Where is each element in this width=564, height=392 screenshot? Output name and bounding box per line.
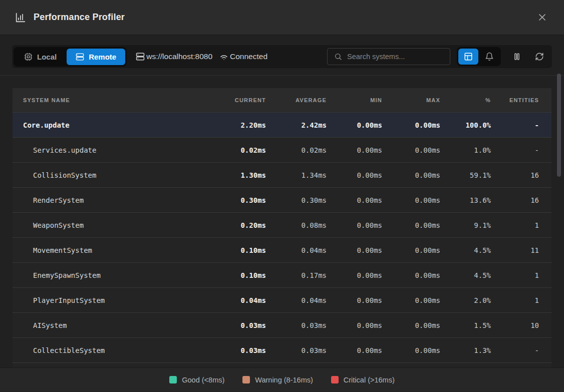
cell-average: 0.30ms	[266, 196, 327, 204]
cell-current: 1.30ms	[206, 171, 266, 179]
cell-max: 0.00ms	[382, 271, 440, 279]
titlebar: Performance Profiler	[0, 0, 564, 35]
table-row[interactable]: EnemySpawnSystem 0.10ms 0.17ms 0.00ms 0.…	[13, 262, 551, 287]
window-title: Performance Profiler	[34, 12, 125, 23]
cell-system-name: CollectibleSystem	[13, 346, 206, 354]
cell-system-name: PlayerInputSystem	[13, 296, 206, 304]
cell-entities: 16	[491, 196, 551, 204]
cell-average: 2.42ms	[266, 121, 327, 129]
table-row[interactable]: PlayerInputSystem 0.04ms 0.04ms 0.00ms 0…	[13, 287, 551, 312]
column-header-max[interactable]: MAX	[382, 97, 440, 103]
table-row[interactable]: Services.update 0.02ms 0.02ms 0.00ms 0.0…	[13, 137, 551, 162]
column-header-system-name[interactable]: SYSTEM NAME	[13, 97, 206, 103]
column-header-entities[interactable]: ENTITIES	[491, 97, 551, 103]
table-row[interactable]: AISystem 0.03ms 0.03ms 0.00ms 0.00ms 1.5…	[13, 312, 551, 337]
column-header-current[interactable]: CURRENT	[206, 97, 266, 103]
column-header-min[interactable]: MIN	[327, 97, 382, 103]
cell-min: 0.00ms	[327, 221, 382, 229]
cell-current: 0.20ms	[206, 221, 266, 229]
search-input[interactable]	[347, 53, 443, 61]
server-icon	[76, 53, 84, 61]
cell-min: 0.00ms	[327, 296, 382, 304]
cell-average: 0.04ms	[266, 246, 327, 254]
toolbar: Local Remote ws://localhost:8080	[12, 45, 552, 68]
legend-label: Critical (>16ms)	[344, 376, 395, 384]
cell-system-name: Core.update	[13, 121, 206, 129]
table-icon	[464, 52, 473, 61]
mode-toggle: Local Remote	[14, 47, 127, 67]
cell-system-name: EnemySpawnSystem	[13, 271, 206, 279]
cpu-icon	[24, 53, 33, 61]
refresh-button[interactable]	[533, 50, 546, 63]
cell-percent: 2.0%	[440, 296, 491, 304]
table-row[interactable]: CollisionSystem 1.30ms 1.34ms 0.00ms 0.0…	[13, 162, 551, 187]
connection-url: ws://localhost:8080	[136, 52, 212, 61]
toolbar-left: Local Remote ws://localhost:8080	[14, 47, 267, 67]
column-header-percent[interactable]: %	[440, 97, 491, 103]
cell-percent: 13.6%	[440, 196, 491, 204]
bell-icon	[485, 52, 494, 61]
cell-percent: 4.5%	[440, 246, 491, 254]
cell-min: 0.00ms	[327, 321, 382, 329]
search-icon	[334, 53, 342, 61]
legend-item: Good (<8ms)	[169, 376, 224, 384]
table-row[interactable]: CollectibleSystem 0.03ms 0.03ms 0.00ms 0…	[13, 337, 551, 362]
cell-entities: -	[491, 121, 551, 129]
pause-icon	[512, 52, 521, 61]
cell-average: 0.03ms	[266, 346, 327, 354]
table-view-button[interactable]	[458, 49, 478, 65]
bar-chart-icon	[15, 12, 26, 23]
cell-average: 0.08ms	[266, 221, 327, 229]
cell-max: 0.00ms	[382, 196, 440, 204]
cell-entities: 10	[491, 321, 551, 329]
cell-entities: 16	[491, 171, 551, 179]
cell-min: 0.00ms	[327, 171, 382, 179]
remote-mode-label: Remote	[89, 53, 116, 61]
connection-status: Connected	[219, 52, 267, 61]
cell-entities: 1	[491, 296, 551, 304]
cell-average: 1.34ms	[266, 171, 327, 179]
toolbar-right	[327, 47, 546, 66]
legend-item: Critical (>16ms)	[331, 376, 395, 384]
cell-current: 0.30ms	[206, 196, 266, 204]
column-header-average[interactable]: AVERAGE	[266, 97, 327, 103]
table-row[interactable]: MovementSystem 0.10ms 0.04ms 0.00ms 0.00…	[13, 237, 551, 262]
cell-percent: 100.0%	[440, 121, 491, 129]
pause-button[interactable]	[510, 50, 523, 63]
cell-max: 0.00ms	[382, 221, 440, 229]
cell-percent: 1.0%	[440, 146, 491, 154]
table-row[interactable]: Core.update 2.20ms 2.42ms 0.00ms 0.00ms …	[13, 112, 551, 137]
scrollbar-thumb[interactable]	[557, 74, 561, 177]
cell-system-name: RenderSystem	[13, 196, 206, 204]
table-row[interactable]: RenderSystem 0.30ms 0.30ms 0.00ms 0.00ms…	[13, 187, 551, 212]
legend: Good (<8ms) Warning (8-16ms) Critical (>…	[0, 367, 564, 391]
cell-current: 0.03ms	[206, 321, 266, 329]
cell-average: 0.17ms	[266, 271, 327, 279]
close-button[interactable]	[535, 11, 549, 24]
remote-mode-button[interactable]: Remote	[67, 49, 125, 65]
cell-average: 0.02ms	[266, 146, 327, 154]
cell-min: 0.00ms	[327, 196, 382, 204]
view-toggle	[457, 47, 501, 66]
scrollbar[interactable]	[557, 74, 561, 368]
cell-max: 0.00ms	[382, 246, 440, 254]
legend-swatch	[242, 376, 250, 383]
cell-percent: 4.5%	[440, 271, 491, 279]
table-body: Core.update 2.20ms 2.42ms 0.00ms 0.00ms …	[13, 112, 551, 367]
cell-entities: 1	[491, 271, 551, 279]
cell-current: 0.03ms	[206, 346, 266, 354]
cell-min: 0.00ms	[327, 346, 382, 354]
cell-system-name: AISystem	[13, 321, 206, 329]
connection-url-text: ws://localhost:8080	[146, 52, 212, 61]
cell-entities: -	[491, 146, 551, 154]
cell-current: 0.10ms	[206, 246, 266, 254]
cell-percent: 59.1%	[440, 171, 491, 179]
cell-min: 0.00ms	[327, 121, 382, 129]
table-row[interactable]: WeaponSystem 0.20ms 0.08ms 0.00ms 0.00ms…	[13, 212, 551, 237]
wifi-icon	[219, 52, 228, 61]
cell-entities: 11	[491, 246, 551, 254]
table-row[interactable]	[13, 362, 551, 367]
alerts-button[interactable]	[479, 49, 499, 65]
connection-status-text: Connected	[230, 52, 267, 61]
local-mode-button[interactable]: Local	[15, 49, 66, 65]
